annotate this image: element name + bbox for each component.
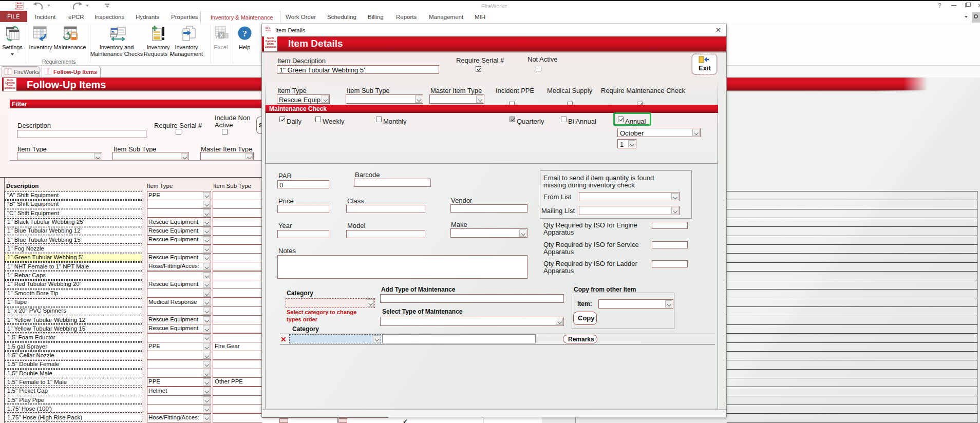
svg-text:?: ?	[242, 29, 247, 39]
svg-text:X: X	[220, 33, 223, 39]
